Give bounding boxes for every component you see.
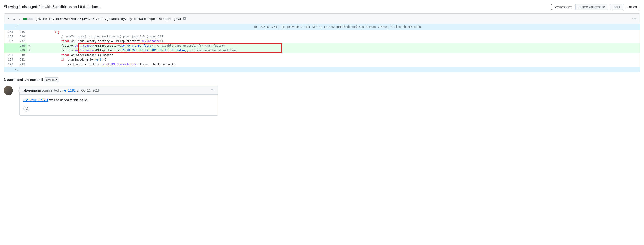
comment-body: CVE-2018-15531 was assigned to this issu… [20,95,218,106]
code-content[interactable]: try { [32,29,640,34]
unified-view-button[interactable]: Unified [624,4,640,10]
svg-point-6 [25,107,28,110]
smiley-icon [24,107,28,110]
file-change-count: 2 [19,17,20,20]
new-line-number[interactable]: 239 [16,48,27,53]
expand-all-icon[interactable] [12,17,16,20]
new-line-number[interactable]: 236 [16,34,27,39]
svg-point-0 [633,18,633,19]
old-line-number[interactable]: 235 [4,29,16,34]
old-line-number[interactable]: 239 [4,57,16,62]
line-marker [27,62,32,67]
line-marker [27,29,32,34]
cve-link[interactable]: CVE-2018-15531 [23,98,48,102]
diffstat [23,18,33,20]
code-content[interactable]: final XMLStreamReader xmlReader; [32,53,640,57]
old-line-number[interactable]: 237 [4,39,16,43]
diff-line: 238240 final XMLStreamReader xmlReader; [4,53,640,57]
old-line-number[interactable]: 236 [4,34,16,39]
copy-path-icon[interactable] [183,17,186,20]
add-reaction-button[interactable] [23,106,30,112]
diff-line: 239+ factory.setProperty(XMLInputFactory… [4,48,640,53]
file-path-link[interactable]: javamelody-core/src/main/java/net/bull/j… [36,17,181,20]
file-diff-container: 2 javamelody-core/src/main/java/net/bull… [4,13,640,72]
svg-point-2 [635,18,636,19]
code-content[interactable]: factory.setProperty(XMLInputFactory.IS_S… [32,48,640,53]
chevron-down-icon[interactable] [7,17,10,20]
new-line-number[interactable]: 238 [16,43,27,48]
svg-point-8 [26,108,27,109]
whitespace-toggle-group: Whitespace Ignore whitespace [551,4,608,10]
comment-menu-kebab-icon[interactable] [211,88,214,92]
code-content[interactable]: if (charEncoding != null) { [32,57,640,62]
svg-point-1 [634,18,634,19]
line-marker [27,34,32,39]
comment-author-link[interactable]: abergmann [23,88,41,92]
line-marker: + [27,48,32,53]
comment: abergmann commented on ef1182 on Oct 12,… [20,86,218,116]
comment-sha-link[interactable]: ef1182 [64,88,76,92]
svg-point-5 [214,90,214,90]
expand-down-icon: ⋯̬ [14,68,16,71]
code-content[interactable]: factory.setProperty(XMLInputFactory.SUPP… [32,43,640,48]
hunk-header: @@ -235,6 +235,8 @@ private static Strin… [32,24,640,29]
expand-up-row[interactable]: ⋯̂ @@ -235,6 +235,8 @@ private static St… [4,24,640,29]
old-line-number[interactable]: 240 [4,62,16,67]
new-line-number[interactable]: 237 [16,39,27,43]
new-line-number[interactable]: 240 [16,53,27,57]
diff-line: 236236 // newInstance() et pas newFactor… [4,34,640,39]
old-line-number[interactable] [4,48,16,53]
file-menu-kebab-icon[interactable] [631,15,637,22]
avatar[interactable] [4,86,13,95]
whitespace-show-button[interactable]: Whitespace [551,4,575,10]
svg-point-3 [211,90,212,90]
whitespace-ignore-button[interactable]: Ignore whitespace [575,4,608,10]
line-marker: + [27,43,32,48]
diff-line: 240242 xmlReader = factory.createXMLStre… [4,62,640,67]
line-marker [27,53,32,57]
expand-down-row[interactable]: ⋯̬ [4,67,640,72]
code-content[interactable]: xmlReader = factory.createXMLStreamReade… [32,62,640,67]
diff-line: 237237 final XMLInputFactory factory = X… [4,39,640,43]
line-marker [27,57,32,62]
diff-line: 239241 if (charEncoding != null) { [4,57,640,62]
line-marker [27,39,32,43]
comments-heading: 1 comment on commit ef1182 [4,77,640,82]
view-mode-toggle-group: Split Unified [610,4,640,10]
svg-point-7 [26,108,26,109]
expand-up-icon: ⋯̂ [14,25,16,28]
code-content[interactable]: // newInstance() et pas newFactory() pou… [32,34,640,39]
old-line-number[interactable]: 238 [4,53,16,57]
split-view-button[interactable]: Split [610,4,624,10]
new-line-number[interactable]: 235 [16,29,27,34]
code-content[interactable]: final XMLInputFactory factory = XMLInput… [32,39,640,43]
svg-point-4 [212,90,213,90]
diff-table: ⋯̂ @@ -235,6 +235,8 @@ private static St… [4,24,640,72]
new-line-number[interactable]: 241 [16,57,27,62]
new-line-number[interactable]: 242 [16,62,27,67]
old-line-number[interactable] [4,43,16,48]
diff-summary: Showing 1 changed file with 2 additions … [4,5,100,9]
diff-line: 238+ factory.setProperty(XMLInputFactory… [4,43,640,48]
commit-sha-badge: ef1182 [44,77,59,82]
diff-line: 235235 try { [4,29,640,34]
